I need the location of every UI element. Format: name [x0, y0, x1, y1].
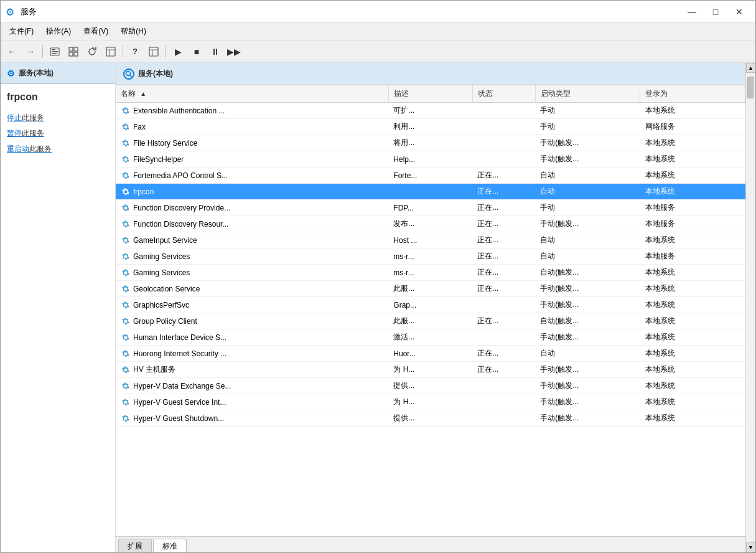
export-button[interactable]	[145, 43, 162, 60]
scrollbar-thumb[interactable]	[747, 77, 754, 98]
service-desc-cell: 为 H...	[388, 394, 472, 410]
service-name-cell: HV 主机服务	[116, 362, 388, 378]
main-window: ⚙ 服务 — □ ✕ 文件(F) 操作(A) 查看(V) 帮助(H) ← → ?	[0, 0, 756, 553]
menu-action[interactable]: 操作(A)	[40, 24, 77, 39]
col-header-name[interactable]: 名称 ▲	[116, 85, 388, 103]
stop-button[interactable]: ■	[188, 43, 205, 60]
service-login-cell: 网络服务	[640, 119, 745, 135]
service-desc-cell: 利用...	[388, 119, 472, 135]
table-row[interactable]: Geolocation Service 此服...正在...手动(触发...本地…	[116, 281, 745, 297]
tab-bar: 扩展 标准	[116, 536, 745, 552]
table-row[interactable]: FileSyncHelper Help...手动(触发...本地系统	[116, 151, 745, 168]
table-row[interactable]: Group Policy Client 此服...正在...自动(触发...本地…	[116, 313, 745, 329]
table-row[interactable]: Human Interface Device S... 激活...手动(触发..…	[116, 329, 745, 346]
service-login-cell: 本地系统	[640, 265, 745, 281]
menu-view[interactable]: 查看(V)	[77, 24, 114, 39]
service-name-cell: Function Discovery Resour...	[116, 216, 388, 232]
table-row[interactable]: GameInput Service Host ...正在...自动本地系统	[116, 232, 745, 248]
toolbar: ← → ? ▶ ■ ⏸ ▶▶	[1, 40, 755, 63]
table-row[interactable]: Fortemedia APO Control S... Forte...正在..…	[116, 168, 745, 184]
table-row[interactable]: Hyper-V Guest Shutdown... 提供...手动(触发...本…	[116, 410, 745, 427]
details-button[interactable]	[102, 43, 119, 60]
services-table-container[interactable]: 名称 ▲ 描述 状态 启动类型 登录为 Extensible Authentic…	[116, 85, 745, 536]
svg-rect-7	[74, 52, 78, 56]
service-start-cell: 自动	[535, 168, 640, 184]
table-row[interactable]: Extensible Authentication ... 可扩...手动本地系…	[116, 103, 745, 119]
scrollbar-down[interactable]: ▼	[746, 542, 756, 552]
table-row[interactable]: Gaming Services ms-r...正在...自动(触发...本地系统	[116, 265, 745, 281]
menu-help[interactable]: 帮助(H)	[114, 24, 152, 39]
col-header-start[interactable]: 启动类型	[535, 85, 640, 103]
services-table: 名称 ▲ 描述 状态 启动类型 登录为 Extensible Authentic…	[116, 85, 745, 427]
service-login-cell: 本地系统	[640, 135, 745, 151]
tab-extended[interactable]: 扩展	[118, 539, 152, 552]
toolbar-sep-2	[123, 45, 123, 58]
tab-standard[interactable]: 标准	[153, 539, 187, 552]
table-row[interactable]: HV 主机服务 为 H...正在...手动(触发...本地系统	[116, 362, 745, 378]
scrollbar-track-inner	[746, 73, 755, 542]
service-start-cell: 自动	[535, 184, 640, 200]
service-start-cell: 自动	[535, 346, 640, 362]
table-row[interactable]: Fax 利用...手动网络服务	[116, 119, 745, 135]
menu-file[interactable]: 文件(F)	[3, 24, 40, 39]
forward-button[interactable]: →	[22, 43, 39, 60]
svg-rect-4	[69, 47, 73, 51]
col-header-desc[interactable]: 描述	[388, 85, 472, 103]
table-row[interactable]: frpcon 正在...自动本地系统	[116, 184, 745, 200]
search-icon	[123, 69, 134, 80]
table-header-row: 名称 ▲ 描述 状态 启动类型 登录为	[116, 85, 745, 103]
play-button[interactable]: ▶	[169, 43, 187, 60]
service-start-cell: 手动(触发...	[535, 297, 640, 313]
service-login-cell: 本地系统	[640, 297, 745, 313]
service-desc-cell: Huor...	[388, 346, 472, 362]
table-row[interactable]: Hyper-V Data Exchange Se... 提供...手动(触发..…	[116, 378, 745, 394]
toolbar-sep-1	[42, 45, 43, 58]
pause-button[interactable]: ⏸	[207, 43, 224, 60]
table-row[interactable]: GraphicsPerfSvc Grap...手动(触发...本地系统	[116, 297, 745, 313]
restart-service-link[interactable]: 重启动此服务	[7, 144, 109, 154]
service-status-cell	[472, 151, 535, 168]
maximize-button[interactable]: □	[704, 3, 727, 21]
scrollbar-up[interactable]: ▲	[746, 63, 756, 73]
service-status-cell	[472, 297, 535, 313]
service-login-cell: 本地系统	[640, 281, 745, 297]
service-login-cell: 本地系统	[640, 410, 745, 427]
service-name-cell: Function Discovery Provide...	[116, 200, 388, 216]
table-row[interactable]: File History Service 将用...手动(触发...本地系统	[116, 135, 745, 151]
service-start-cell: 手动(触发...	[535, 362, 640, 378]
table-row[interactable]: Huorong Internet Security ... Huor...正在.…	[116, 346, 745, 362]
service-start-cell: 手动(触发...	[535, 216, 640, 232]
table-row[interactable]: Hyper-V Guest Service Int... 为 H...手动(触发…	[116, 394, 745, 410]
properties-button[interactable]	[46, 43, 63, 60]
minimize-button[interactable]: —	[681, 3, 703, 21]
table-row[interactable]: Gaming Services ms-r...正在...自动本地服务	[116, 248, 745, 265]
col-header-login[interactable]: 登录为	[640, 85, 745, 103]
close-button[interactable]: ✕	[728, 3, 750, 21]
help-button[interactable]: ?	[126, 43, 144, 60]
refresh-button[interactable]	[83, 43, 101, 60]
toolbar-sep-3	[166, 45, 166, 58]
service-start-cell: 自动	[535, 248, 640, 265]
table-row[interactable]: Function Discovery Provide... FDP...正在..…	[116, 200, 745, 216]
col-header-status[interactable]: 状态	[472, 85, 535, 103]
service-start-cell: 手动(触发...	[535, 378, 640, 394]
service-start-cell: 手动(触发...	[535, 281, 640, 297]
service-login-cell: 本地系统	[640, 232, 745, 248]
service-start-cell: 自动(触发...	[535, 313, 640, 329]
service-desc-cell: 此服...	[388, 313, 472, 329]
pause-service-link[interactable]: 暂停此服务	[7, 128, 109, 139]
right-panel-title: 服务(本地)	[138, 69, 173, 79]
service-start-cell: 自动	[535, 232, 640, 248]
left-panel-content: frpcon 停止此服务 暂停此服务 重启动此服务	[1, 84, 115, 552]
service-login-cell: 本地系统	[640, 394, 745, 410]
back-button[interactable]: ←	[3, 43, 21, 60]
stop-service-link[interactable]: 停止此服务	[7, 113, 109, 123]
table-row[interactable]: Function Discovery Resour... 发布...正在...手…	[116, 216, 745, 232]
restart-button[interactable]: ▶▶	[225, 43, 243, 60]
right-panel: 服务(本地) 名称 ▲ 描述 状态 启动类型 登录为	[116, 63, 745, 552]
left-panel: ⚙ 服务(本地) frpcon 停止此服务 暂停此服务 重启动此服务	[1, 63, 116, 552]
service-desc-cell: 此服...	[388, 281, 472, 297]
list-button[interactable]	[65, 43, 82, 60]
service-status-cell: 正在...	[472, 265, 535, 281]
service-login-cell: 本地系统	[640, 346, 745, 362]
